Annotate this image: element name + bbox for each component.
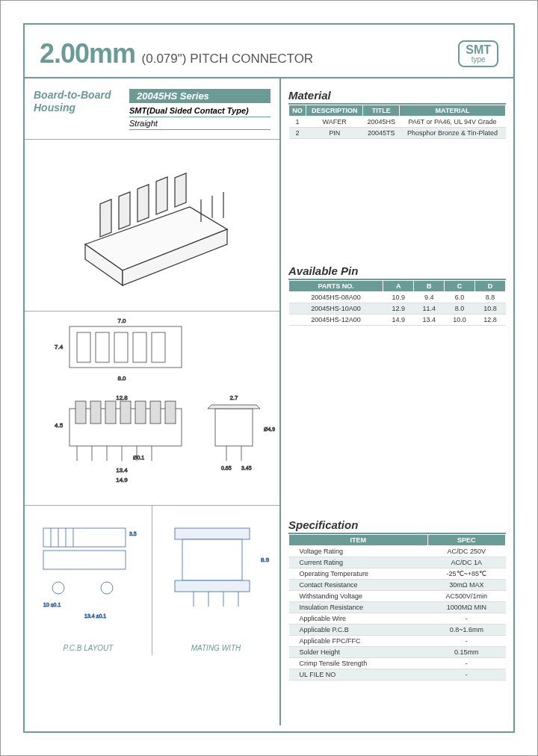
available-pin-table: PARTS NO.ABCD 20045HS-08A0010.99.46.08.8… [288, 280, 506, 326]
svg-rect-48 [43, 551, 126, 569]
col-header: B [414, 281, 445, 292]
left-column: Board-to-Board Housing 20045HS Series SM… [25, 78, 281, 725]
series-subtitle-1: SMT(Dual Sided Contact Type) [129, 105, 270, 117]
svg-text:2.7: 2.7 [229, 394, 238, 401]
svg-text:7.0: 7.0 [117, 317, 126, 324]
table-row: Solder Height0.15mm [289, 647, 506, 658]
table-row: UL FILE NO- [289, 669, 506, 681]
svg-text:0.65: 0.65 [221, 465, 232, 471]
col-header: DESCRIPTION [306, 105, 363, 117]
svg-marker-3 [100, 199, 111, 237]
svg-text:4.5: 4.5 [55, 422, 64, 429]
specification-heading: Specification [288, 514, 506, 534]
badge-bottom: type [466, 56, 491, 63]
svg-rect-22 [90, 401, 101, 424]
svg-text:8.9: 8.9 [261, 557, 270, 563]
mating-label: MATING WITH [152, 644, 279, 652]
series-block: Board-to-Board Housing 20045HS Series SM… [25, 78, 279, 134]
svg-text:Ø4.9: Ø4.9 [264, 427, 275, 432]
table-row: Crimp Tensile Strength- [289, 658, 506, 669]
svg-point-53 [52, 582, 64, 594]
board-to-board-label: Board-to-Board Housing [34, 89, 123, 114]
svg-marker-5 [137, 185, 149, 222]
series-subtitle-2: Straight [129, 117, 270, 130]
svg-rect-26 [150, 401, 161, 424]
svg-rect-39 [215, 409, 253, 446]
svg-text:8.0: 8.0 [117, 375, 126, 382]
svg-rect-59 [182, 539, 242, 580]
svg-text:3.45: 3.45 [241, 465, 252, 471]
smt-badge: SMT type [458, 40, 498, 67]
svg-rect-58 [175, 528, 250, 539]
svg-rect-23 [105, 401, 116, 424]
svg-rect-25 [135, 401, 146, 424]
table-row: Withstanding VoltageAC500V/1min [289, 591, 506, 602]
series-name: 20045HS Series [129, 89, 270, 103]
material-table: NODESCRIPTIONTITLEMATERIAL 1WAFER20045HS… [288, 105, 506, 139]
svg-rect-60 [175, 580, 250, 592]
svg-marker-7 [175, 173, 186, 207]
svg-rect-24 [120, 401, 131, 424]
col-header: D [475, 281, 506, 292]
pitch-size: 2.00mm [40, 38, 135, 69]
layout-views: 10 ±0.1 13.4 ±0.1 3.5 P.C.B LAYOUT [25, 506, 279, 655]
material-heading: Material [288, 84, 506, 105]
pitch-subtitle: (0.079") PITCH CONNECTOR [142, 52, 314, 66]
svg-text:14.9: 14.9 [116, 477, 128, 483]
table-row: Insulation Resistance1000MΩ MIN [289, 602, 506, 613]
col-header: MATERIAL [400, 105, 506, 117]
svg-point-54 [101, 582, 113, 594]
svg-text:13.4 ±0.1: 13.4 ±0.1 [84, 613, 106, 619]
svg-marker-4 [119, 192, 130, 229]
col-header: ITEM [289, 535, 428, 546]
svg-rect-21 [75, 401, 86, 424]
table-row: Contact Resistance30mΩ MAX [289, 580, 506, 591]
svg-rect-47 [43, 528, 126, 547]
svg-rect-27 [165, 401, 176, 424]
table-row: 20045HS-10A0012.911.48.010.8 [289, 303, 506, 315]
header: 2.00mm (0.079") PITCH CONNECTOR SMT type [23, 25, 515, 78]
table-row: 2PIN20045TSPhosphor Bronze & Tin-Plated [289, 128, 506, 139]
svg-text:3.5: 3.5 [129, 531, 137, 536]
table-row: Current RatingAC/DC 1A [289, 557, 506, 568]
table-row: Applicable P.C.B0.8~1.6mm [289, 625, 506, 636]
svg-text:7.4: 7.4 [55, 344, 64, 350]
page-title: 2.00mm (0.079") PITCH CONNECTOR [40, 38, 313, 69]
drawing-area: 7.0 7.4 8.0 [25, 139, 279, 725]
table-row: Voltage RatingAC/DC 250V [289, 546, 506, 557]
pcb-layout-label: P.C.B LAYOUT [25, 644, 152, 652]
orthographic-views: 7.0 7.4 8.0 [25, 312, 279, 506]
isometric-view [25, 140, 279, 312]
svg-marker-6 [156, 177, 167, 214]
badge-top: SMT [466, 44, 491, 56]
table-row: 20045HS-08A0010.99.46.08.8 [289, 292, 506, 303]
right-column: Material NODESCRIPTIONTITLEMATERIAL 1WAF… [281, 78, 513, 725]
pcb-layout-icon: 10 ±0.1 13.4 ±0.1 3.5 [25, 506, 152, 633]
col-header: SPEC [427, 535, 505, 546]
svg-marker-40 [208, 405, 260, 409]
svg-text:13.4: 13.4 [116, 467, 128, 474]
specification-table: ITEMSPEC Voltage RatingAC/DC 250VCurrent… [288, 534, 506, 681]
svg-text:Ø0.1: Ø0.1 [133, 455, 144, 460]
col-header: TITLE [363, 105, 400, 117]
available-pin-heading: Available Pin [288, 260, 506, 280]
table-row: 20045HS-12A0014.913.410.012.8 [289, 315, 506, 326]
content-area: Board-to-Board Housing 20045HS Series SM… [25, 78, 513, 725]
table-row: Operating Temperature-25℃~+85℃ [289, 568, 506, 580]
col-header: NO [289, 105, 306, 117]
connector-iso-icon [55, 155, 250, 297]
datasheet-page: 2.00mm (0.079") PITCH CONNECTOR SMT type… [0, 0, 538, 756]
page-frame: 2.00mm (0.079") PITCH CONNECTOR SMT type… [23, 23, 515, 733]
svg-text:10 ±0.1: 10 ±0.1 [43, 602, 61, 607]
mating-icon: 8.9 [152, 506, 279, 633]
col-header: C [445, 281, 475, 292]
pcb-layout-panel: 10 ±0.1 13.4 ±0.1 3.5 P.C.B LAYOUT [25, 506, 152, 655]
table-row: Applicable FPC/FFC- [289, 636, 506, 647]
table-row: 1WAFER20045HSPA6T or PA46, UL 94V Grade [289, 117, 506, 128]
mating-panel: 8.9 MATING WITH [152, 506, 279, 655]
svg-text:12.8: 12.8 [116, 394, 128, 401]
col-header: A [383, 281, 414, 292]
table-row: Applicable Wire- [289, 613, 506, 625]
col-header: PARTS NO. [289, 281, 383, 292]
ortho-drawing-icon: 7.0 7.4 8.0 [25, 312, 279, 506]
